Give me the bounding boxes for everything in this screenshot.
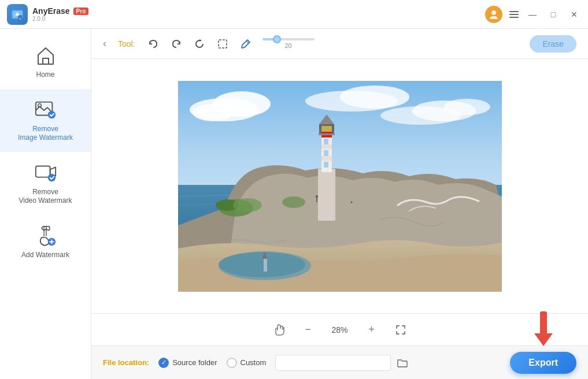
svg-rect-34 bbox=[321, 144, 332, 149]
svg-rect-5 bbox=[43, 58, 49, 64]
sidebar-remove-video-label: RemoveVideo Watermark bbox=[19, 188, 72, 206]
brush-size-value: 20 bbox=[284, 42, 291, 49]
source-folder-radio[interactable] bbox=[158, 358, 169, 368]
svg-point-31 bbox=[282, 196, 305, 208]
user-avatar[interactable] bbox=[485, 6, 502, 23]
pro-badge: Pro bbox=[73, 8, 89, 15]
svg-point-23 bbox=[444, 99, 490, 115]
custom-label: Custom bbox=[241, 358, 267, 367]
minimize-button[interactable]: — bbox=[526, 8, 539, 21]
sidebar-item-remove-video-watermark[interactable]: RemoveVideo Watermark bbox=[0, 152, 91, 215]
undo-button[interactable] bbox=[145, 35, 162, 53]
app-version: 2.0.0 bbox=[32, 16, 88, 22]
export-arrow bbox=[534, 311, 553, 346]
sidebar-home-label: Home bbox=[36, 70, 54, 80]
source-folder-label: Source folder bbox=[172, 358, 217, 367]
remove-video-watermark-icon bbox=[34, 161, 57, 184]
svg-point-26 bbox=[219, 252, 305, 277]
sidebar: Home RemoveImage Watermark bbox=[0, 29, 91, 379]
sidebar-item-home[interactable]: Home bbox=[0, 35, 91, 89]
zoom-in-button[interactable]: + bbox=[363, 321, 380, 339]
arrow-head bbox=[534, 333, 553, 346]
image-area bbox=[91, 59, 588, 313]
svg-rect-49 bbox=[324, 150, 328, 156]
close-button[interactable]: ✕ bbox=[567, 8, 581, 21]
svg-rect-48 bbox=[324, 139, 328, 144]
title-bar: + AnyErase Pro 2.0.0 — □ ✕ bbox=[0, 0, 588, 29]
brush-button[interactable] bbox=[237, 35, 254, 53]
zoom-out-button[interactable]: − bbox=[299, 321, 317, 339]
back-button[interactable]: ‹ bbox=[103, 38, 106, 50]
browse-folder-button[interactable] bbox=[394, 355, 411, 371]
fullscreen-button[interactable] bbox=[392, 321, 409, 339]
arrow-shaft bbox=[540, 311, 547, 333]
app-logo: + bbox=[7, 4, 28, 25]
svg-rect-13 bbox=[219, 40, 227, 48]
remove-image-watermark-icon bbox=[34, 98, 57, 121]
svg-point-30 bbox=[233, 198, 262, 212]
tool-label: Tool: bbox=[118, 39, 135, 49]
svg-point-53 bbox=[350, 201, 352, 203]
svg-point-20 bbox=[340, 86, 409, 109]
svg-rect-9 bbox=[35, 166, 50, 177]
custom-option[interactable]: Custom bbox=[227, 358, 267, 368]
export-section: Export bbox=[510, 352, 576, 374]
app-name-container: AnyErase Pro 2.0.0 bbox=[32, 6, 88, 22]
bottom-controls: − 28% + bbox=[91, 313, 588, 345]
sidebar-item-remove-image-watermark[interactable]: RemoveImage Watermark bbox=[0, 89, 91, 152]
main-layout: Home RemoveImage Watermark bbox=[0, 29, 588, 379]
sidebar-remove-image-label: RemoveImage Watermark bbox=[18, 125, 73, 143]
svg-text:+: + bbox=[20, 16, 21, 20]
export-button[interactable]: Export bbox=[510, 352, 576, 374]
file-location-label: File location: bbox=[103, 358, 149, 367]
hamburger-menu-icon[interactable] bbox=[509, 11, 519, 18]
svg-point-51 bbox=[316, 195, 318, 198]
svg-rect-35 bbox=[321, 156, 332, 161]
footer: File location: Source folder Custom bbox=[91, 345, 588, 379]
custom-radio[interactable] bbox=[227, 358, 237, 368]
title-bar-controls: — □ ✕ bbox=[485, 6, 581, 23]
sidebar-item-add-watermark[interactable]: Add Watermark bbox=[0, 215, 91, 269]
svg-rect-50 bbox=[324, 162, 328, 168]
hand-tool-button[interactable] bbox=[271, 321, 288, 339]
sidebar-add-watermark-label: Add Watermark bbox=[21, 251, 69, 260]
toolbar: ‹ Tool: bbox=[91, 29, 588, 59]
add-watermark-icon bbox=[34, 224, 57, 247]
svg-point-8 bbox=[47, 110, 55, 118]
selection-button[interactable] bbox=[214, 35, 231, 53]
source-folder-option[interactable]: Source folder bbox=[158, 358, 217, 368]
svg-rect-27 bbox=[264, 259, 267, 272]
lighthouse-image bbox=[178, 81, 502, 292]
erase-button[interactable]: Erase bbox=[530, 35, 576, 53]
svg-point-18 bbox=[193, 104, 233, 121]
app-name: AnyErase bbox=[32, 6, 70, 16]
home-icon bbox=[34, 44, 57, 67]
svg-point-4 bbox=[491, 10, 496, 15]
svg-point-10 bbox=[47, 174, 55, 181]
redo-button[interactable] bbox=[168, 35, 185, 53]
rotate-button[interactable] bbox=[191, 35, 208, 53]
content-area: ‹ Tool: bbox=[91, 29, 588, 379]
custom-path-input[interactable] bbox=[275, 355, 391, 371]
zoom-level-display: 28% bbox=[328, 325, 352, 335]
maximize-button[interactable]: □ bbox=[546, 8, 560, 21]
svg-rect-32 bbox=[318, 169, 335, 221]
brush-size-slider[interactable]: 20 bbox=[262, 38, 315, 49]
